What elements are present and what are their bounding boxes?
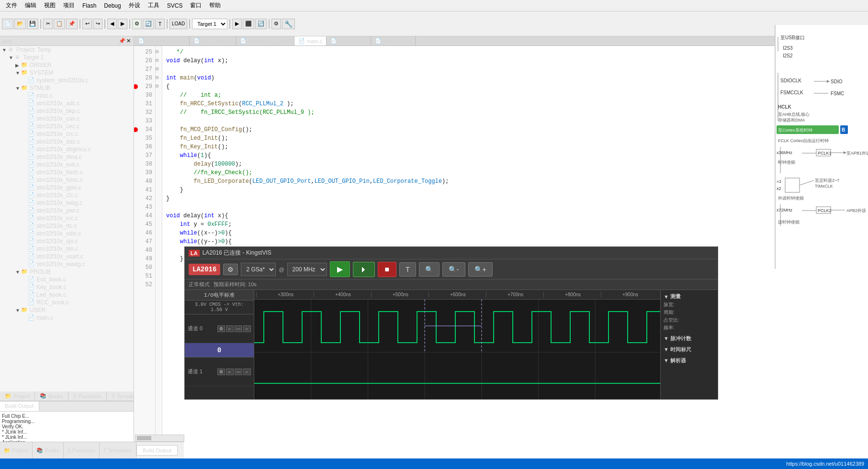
bottom-build-output-tab[interactable]: Build Output — [136, 445, 178, 456]
la-zoom-out-btn[interactable]: 🔍- — [442, 262, 465, 277]
la-ch1-settings-btn[interactable]: ⚙ — [217, 368, 225, 375]
tree-item-rcc_book.c[interactable]: 📄RCC_book.c — [0, 299, 134, 306]
la-play2-btn[interactable]: ⏵ — [353, 262, 375, 277]
la-ch1-btn3[interactable]: ⌐ — [243, 368, 251, 375]
tab-key[interactable]: 📄 Key_book.h — [371, 36, 416, 45]
menu-flash[interactable]: Flash — [79, 1, 100, 10]
la-play-btn[interactable]: ▶ — [330, 261, 350, 277]
tree-item-stm32f10x_usart.c[interactable]: 📄stm32f10x_usart.c — [0, 253, 134, 260]
rebuild-btn[interactable]: 🔄 — [143, 19, 154, 29]
undo-btn[interactable]: ↩ — [82, 19, 92, 29]
tree-item-prolib[interactable]: ▼📁PROLIB — [0, 268, 134, 276]
tree-item-stm32f10x_adc.c[interactable]: 📄stm32f10x_adc.c — [0, 100, 134, 107]
debug-start-btn[interactable]: ▶ — [232, 19, 242, 29]
tree-item-exit_book.c[interactable]: 📄Exit_book.c — [0, 276, 134, 283]
sidebar-close-btn[interactable]: ✕ — [126, 38, 131, 44]
tab-rccbook[interactable]: 📄 RCC_book.c — [190, 36, 236, 45]
menu-debug[interactable]: Debug — [100, 1, 124, 10]
fold-arrow-47[interactable]: ⊟ — [156, 74, 162, 82]
nav-fwd-btn[interactable]: ▶ — [118, 19, 127, 29]
tree-item-stm32f10x_rtc.c[interactable]: 📄stm32f10x_rtc.c — [0, 222, 134, 230]
tab-stm32rcc[interactable]: 📄 stm32f10x_rcc.h — [134, 36, 190, 45]
translate-btn[interactable]: T — [155, 19, 165, 29]
tree-item-stm32f10x_iwdg.c[interactable]: 📄stm32f10x_iwdg.c — [0, 199, 134, 207]
la-stop-btn[interactable]: ■ — [378, 262, 397, 277]
tree-item-stm32f10x_tim.c[interactable]: 📄stm32f10x_tim.c — [0, 245, 134, 253]
tree-item-stm32f10x_bkp.c[interactable]: 📄stm32f10x_bkp.c — [0, 107, 134, 115]
open-btn[interactable]: 📂 — [14, 19, 26, 29]
bottom-tab-books[interactable]: 📚 Books — [33, 442, 64, 458]
tree-item-led_book.c[interactable]: 📄Led_book.c — [0, 291, 134, 299]
tree-item-stm32f10x_cec.c[interactable]: 📄stm32f10x_cec.c — [0, 123, 134, 130]
menu-window[interactable]: 窗口 — [186, 0, 205, 11]
build-btn[interactable]: ⚙ — [132, 19, 142, 29]
la-ch0-btn3[interactable]: ⌐ — [243, 325, 251, 332]
fold-arrow-48[interactable]: ⊟ — [156, 82, 162, 91]
debug-reset-btn[interactable]: 🔃 — [255, 19, 267, 29]
la-zoom-in-btn[interactable]: 🔍+ — [468, 262, 493, 277]
la-ch0-btn1[interactable]: ⌐ — [226, 325, 234, 332]
tree-item-target-1[interactable]: ▼🖥Target 1 — [0, 54, 134, 61]
tree-item-system_stm32f10x.c[interactable]: 📄system_stm32f10x.c — [0, 77, 134, 84]
la-samplerate-select[interactable]: 2 GSa* — [241, 263, 276, 276]
la-ch0-settings-btn[interactable]: ⚙ — [217, 325, 225, 332]
config-btn[interactable]: ⚙ — [271, 19, 281, 29]
code-hscrollbar[interactable] — [135, 435, 184, 442]
sidebar-pin-btn[interactable]: 📌 — [119, 38, 125, 44]
tree-item-project:-temp[interactable]: ▼🖥Project: Temp — [0, 46, 134, 54]
menu-file[interactable]: 文件 — [2, 0, 21, 11]
la-waveform-area[interactable]: +300ns +400ns +500ns +600ns +700ns +800n… — [254, 290, 660, 399]
tree-item-stm32f10x_exti.c[interactable]: 📄stm32f10x_exti.c — [0, 161, 134, 168]
tree-item-key_book.c[interactable]: 📄Key_book.c — [0, 283, 134, 291]
tree-item-stm32f10x_fsmc.c[interactable]: 📄stm32f10x_fsmc.c — [0, 176, 134, 184]
tab-gpio[interactable]: 📄 stm32f10x_gpio.h — [236, 36, 294, 45]
tree-item-driver[interactable]: ▶📁DRIVER — [0, 61, 134, 69]
la-settings-btn[interactable]: ⚙ — [223, 264, 238, 275]
fold-arrow-37[interactable]: ⊟ — [156, 56, 162, 65]
tree-item-stm32f10x_can.c[interactable]: 📄stm32f10x_can.c — [0, 115, 134, 123]
redo-btn[interactable]: ↪ — [93, 19, 102, 29]
tree-item-stm32f10x_flash.c[interactable]: 📄stm32f10x_flash.c — [0, 168, 134, 176]
tab-functions[interactable]: {} Functions — [68, 391, 107, 401]
tree-item-stmlib[interactable]: ▼📁STMLIB — [0, 84, 134, 92]
tree-item-stm32f10x_rcc.c[interactable]: 📄stm32f10x_rcc.c — [0, 214, 134, 222]
tree-item-stm32f10x_pwr.c[interactable]: 📄stm32f10x_pwr.c — [0, 207, 134, 214]
build-output-tab[interactable]: Build Output — [0, 402, 39, 411]
tree-item-stm32f10x_dbgmcu.c[interactable]: 📄stm32f10x_dbgmcu.c — [0, 145, 134, 153]
bottom-tab-functions[interactable]: {} Functions — [64, 442, 100, 458]
tab-project[interactable]: 📁 Project — [0, 391, 35, 401]
menu-edit[interactable]: 编辑 — [21, 0, 40, 11]
tab-books[interactable]: 📚 Books — [35, 391, 68, 401]
menu-tools[interactable]: 工具 — [144, 0, 163, 11]
tree-item-stm32f10x_gpio.c[interactable]: 📄stm32f10x_gpio.c — [0, 184, 134, 191]
download-btn[interactable]: LOAD — [169, 19, 187, 29]
menu-svcs[interactable]: SVCS — [163, 1, 187, 10]
menu-help[interactable]: 帮助 — [205, 0, 225, 11]
tree-item-stm32f10x_i2c.c[interactable]: 📄stm32f10x_i2c.c — [0, 191, 134, 199]
la-freq-select[interactable]: 200 MHz — [287, 263, 327, 276]
menu-peripheral[interactable]: 外设 — [125, 0, 144, 11]
bottom-tab-templates[interactable]: T Templates — [100, 442, 136, 458]
settings-btn[interactable]: 🔧 — [282, 19, 295, 29]
menu-view[interactable]: 视图 — [40, 0, 59, 11]
tree-item-stm32f10x_dac.c[interactable]: 📄stm32f10x_dac.c — [0, 138, 134, 145]
fold-arrow-45[interactable]: ⊟ — [156, 65, 162, 74]
debug-stop-btn[interactable]: ⬛ — [243, 19, 254, 29]
nav-back-btn[interactable]: ◀ — [107, 19, 117, 29]
tree-item-misc.c[interactable]: 📄misc.c — [0, 92, 134, 100]
tree-item-stm32f10x_dma.c[interactable]: 📄stm32f10x_dma.c — [0, 153, 134, 161]
la-ch1-btn2[interactable]: — — [235, 368, 242, 375]
tree-item-stm32f10x_wwdg.c[interactable]: 📄stm32f10x_wwdg.c — [0, 260, 134, 268]
paste-btn[interactable]: 📌 — [66, 19, 78, 29]
tree-item-system[interactable]: ▼📁SYSTEM — [0, 69, 134, 77]
cut-btn[interactable]: ✂ — [43, 19, 53, 29]
copy-btn[interactable]: 📋 — [54, 19, 65, 29]
save-btn[interactable]: 💾 — [27, 19, 38, 29]
bottom-tab-project[interactable]: 📁 Project — [0, 442, 33, 458]
la-cursor-btn[interactable]: T — [399, 262, 416, 277]
tree-item-main.c[interactable]: 📄main.c — [0, 314, 134, 322]
tree-item-user[interactable]: ▼📁USER — [0, 306, 134, 314]
menu-project[interactable]: 项目 — [59, 0, 79, 11]
la-zoom-reset-btn[interactable]: 🔍 — [419, 262, 440, 277]
la-ch0-btn2[interactable]: — — [235, 325, 242, 332]
